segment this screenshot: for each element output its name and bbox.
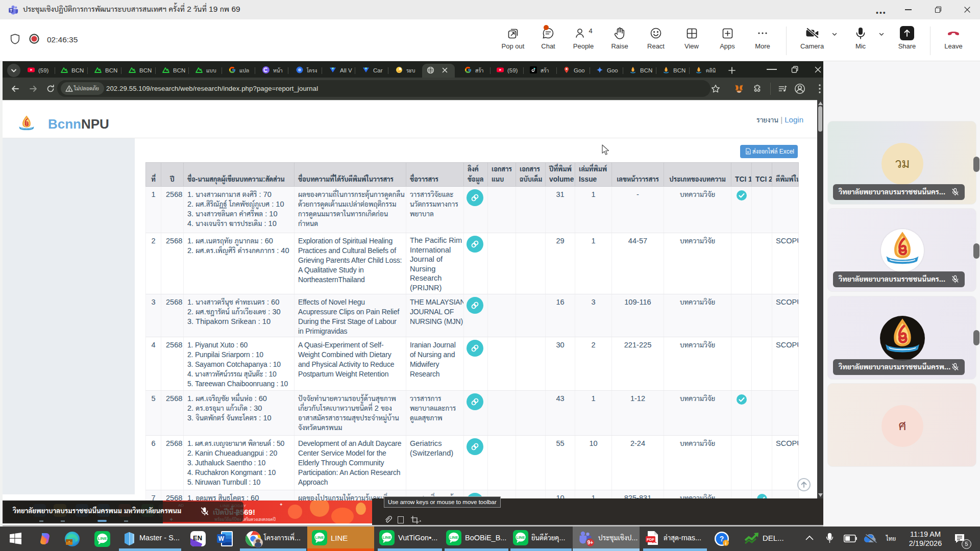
svg-text:i: i [725, 541, 727, 546]
svg-text:W: W [218, 535, 225, 542]
svg-text:LINE: LINE [516, 535, 525, 540]
svg-text:LINE: LINE [449, 535, 458, 540]
svg-text:LINE: LINE [382, 535, 391, 540]
svg-text:LINE: LINE [98, 536, 107, 541]
svg-text:PDF: PDF [647, 537, 654, 542]
svg-text:LINE: LINE [315, 535, 324, 540]
